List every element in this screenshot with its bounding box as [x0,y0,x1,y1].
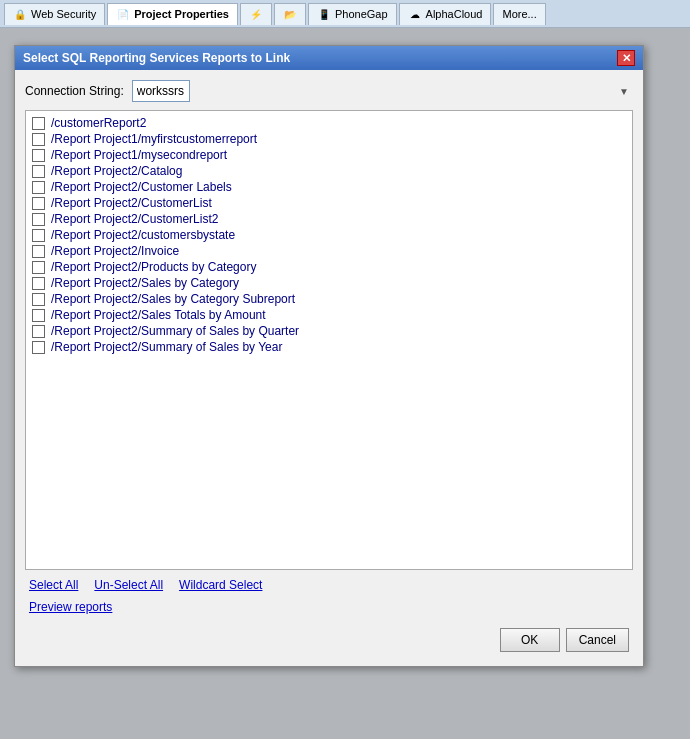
report-path-label: /Report Project1/myfirstcustomerreport [51,132,257,146]
list-item: /Report Project2/Products by Category [30,259,628,275]
list-item: /Report Project2/Summary of Sales by Qua… [30,323,628,339]
connection-string-label: Connection String: [25,84,124,98]
tab-project-properties-label: Project Properties [134,8,229,20]
report-path-label: /Report Project2/Invoice [51,244,179,258]
tab-phonegap[interactable]: 📱 PhoneGap [308,3,397,25]
report-checkbox[interactable] [32,229,45,242]
dialog-titlebar: Select SQL Reporting Services Reports to… [15,46,643,70]
report-path-label: /Report Project2/Customer Labels [51,180,232,194]
dialog-close-button[interactable]: ✕ [617,50,635,66]
report-checkbox[interactable] [32,149,45,162]
ok-button[interactable]: OK [500,628,560,652]
report-path-label: /Report Project2/Sales Totals by Amount [51,308,266,322]
list-item: /Report Project2/Catalog [30,163,628,179]
folder-icon: 📂 [283,7,297,21]
list-item: /Report Project2/Invoice [30,243,628,259]
cancel-button[interactable]: Cancel [566,628,629,652]
list-item: /Report Project1/myfirstcustomerreport [30,131,628,147]
report-path-label: /Report Project2/Products by Category [51,260,256,274]
report-checkbox[interactable] [32,341,45,354]
tab-more-label: More... [502,8,536,20]
connection-select-wrapper: workssrs ▼ [132,80,633,102]
report-checkbox[interactable] [32,325,45,338]
list-item: /customerReport2 [30,115,628,131]
tab-project-properties[interactable]: 📄 Project Properties [107,3,238,25]
report-checkbox[interactable] [32,261,45,274]
bottom-links: Select All Un-Select All Wildcard Select [25,570,633,596]
report-path-label: /Report Project2/CustomerList2 [51,212,218,226]
list-item: /Report Project2/Sales by Category Subre… [30,291,628,307]
list-item: /Report Project2/CustomerList2 [30,211,628,227]
report-path-label: /Report Project2/Summary of Sales by Qua… [51,324,299,338]
report-path-label: /customerReport2 [51,116,146,130]
report-path-label: /Report Project2/customersbystate [51,228,235,242]
report-checkbox[interactable] [32,293,45,306]
report-checkbox[interactable] [32,133,45,146]
tab-open[interactable]: 📂 [274,3,306,25]
list-item: /Report Project2/Summary of Sales by Yea… [30,339,628,355]
unselect-all-button[interactable]: Un-Select All [94,578,163,592]
tab-more[interactable]: More... [493,3,545,25]
list-item: /Report Project2/CustomerList [30,195,628,211]
tab-web-security[interactable]: 🔒 Web Security [4,3,105,25]
report-path-label: /Report Project2/CustomerList [51,196,212,210]
preview-reports-row: Preview reports [25,596,633,624]
action-buttons: OK Cancel [25,624,633,656]
preview-reports-button[interactable]: Preview reports [29,600,112,614]
connection-string-select[interactable]: workssrs [132,80,190,102]
wildcard-select-button[interactable]: Wildcard Select [179,578,262,592]
lightning-icon: ⚡ [249,7,263,21]
report-checkbox[interactable] [32,309,45,322]
tab-events[interactable]: ⚡ [240,3,272,25]
report-checkbox[interactable] [32,165,45,178]
report-checkbox[interactable] [32,277,45,290]
report-path-label: /Report Project2/Sales by Category Subre… [51,292,295,306]
document-icon: 📄 [116,7,130,21]
tab-web-security-label: Web Security [31,8,96,20]
report-path-label: /Report Project1/mysecondreport [51,148,227,162]
phone-icon: 📱 [317,7,331,21]
report-checkbox[interactable] [32,245,45,258]
list-item: /Report Project2/customersbystate [30,227,628,243]
list-item: /Report Project2/Sales Totals by Amount [30,307,628,323]
dropdown-arrow-icon: ▼ [619,86,629,97]
lock-icon: 🔒 [13,7,27,21]
report-checkbox[interactable] [32,181,45,194]
report-checkbox[interactable] [32,213,45,226]
report-path-label: /Report Project2/Catalog [51,164,182,178]
dialog-select-reports: Select SQL Reporting Services Reports to… [14,45,644,667]
tab-alphacloud[interactable]: ☁ AlphaCloud [399,3,492,25]
connection-string-row: Connection String: workssrs ▼ [25,80,633,102]
list-item: /Report Project2/Sales by Category [30,275,628,291]
dialog-body: Connection String: workssrs ▼ /customerR… [15,70,643,666]
tab-alphacloud-label: AlphaCloud [426,8,483,20]
tab-phonegap-label: PhoneGap [335,8,388,20]
taskbar: 🔒 Web Security 📄 Project Properties ⚡ 📂 … [0,0,690,28]
select-all-button[interactable]: Select All [29,578,78,592]
report-path-label: /Report Project2/Sales by Category [51,276,239,290]
report-checkbox[interactable] [32,197,45,210]
report-checkbox[interactable] [32,117,45,130]
list-item: /Report Project1/mysecondreport [30,147,628,163]
report-path-label: /Report Project2/Summary of Sales by Yea… [51,340,282,354]
list-item: /Report Project2/Customer Labels [30,179,628,195]
dialog-title: Select SQL Reporting Services Reports to… [23,51,290,65]
reports-list[interactable]: /customerReport2/Report Project1/myfirst… [25,110,633,570]
cloud-icon: ☁ [408,7,422,21]
